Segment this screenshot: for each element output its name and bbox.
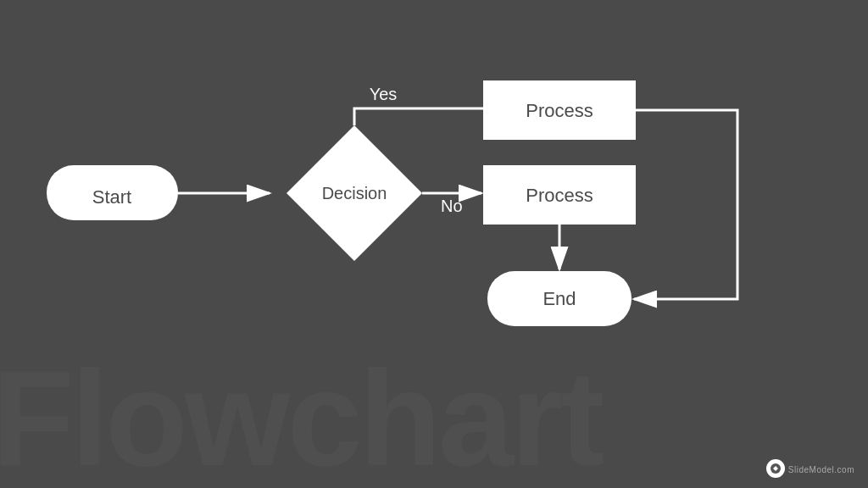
logo-text: SlideModel.com bbox=[788, 463, 854, 475]
process-bottom-label: Process bbox=[526, 185, 593, 206]
no-label: No bbox=[441, 197, 463, 215]
slide-container: Flowchart Start Decision Yes bbox=[0, 0, 868, 488]
decision-label: Decision bbox=[322, 184, 387, 202]
yes-label: Yes bbox=[370, 85, 398, 103]
slidemodel-logo: SlideModel.com bbox=[766, 459, 854, 478]
start-label: Start bbox=[92, 186, 131, 208]
logo-suffix: .com bbox=[834, 465, 854, 474]
flowchart-diagram: Start Decision Yes Process No Process En… bbox=[0, 0, 868, 364]
logo-icon bbox=[766, 459, 785, 478]
process-top-label: Process bbox=[526, 100, 593, 121]
arrow-connector-right bbox=[634, 110, 737, 299]
end-label: End bbox=[542, 288, 576, 309]
